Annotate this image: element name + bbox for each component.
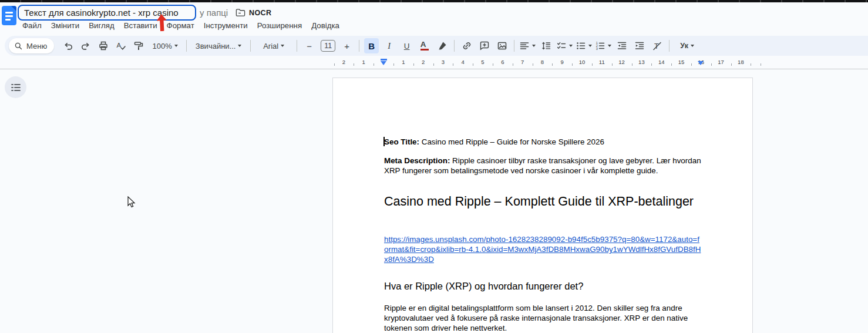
mouse-cursor [127, 196, 136, 208]
menu-edit[interactable]: Змінити [46, 21, 84, 30]
ruler-tick [711, 63, 712, 66]
link-icon [462, 41, 472, 51]
numbered-list-icon: 1 2 3 [595, 41, 605, 51]
ruler-tick [374, 63, 374, 66]
print-button[interactable] [96, 38, 110, 53]
font-size-input[interactable]: 11 [321, 40, 335, 52]
redo-button[interactable] [78, 38, 93, 53]
menu-insert[interactable]: Вставити [119, 21, 162, 30]
show-outline-button[interactable] [5, 76, 26, 98]
spellcheck-button[interactable]: A [113, 38, 128, 53]
ruler-number: 2 [422, 59, 425, 65]
ruler-tick [632, 63, 633, 66]
divider [186, 40, 187, 52]
unsplash-link[interactable]: https://images.unsplash.com/photo-162823… [384, 235, 701, 264]
document-heading-1[interactable]: Casino med Ripple – Komplett Guide til X… [384, 192, 703, 211]
document-page[interactable]: Seo Title: Casino med Ripple – Guide for… [332, 78, 753, 333]
folder-label: у папці [200, 8, 228, 18]
chevron-down-icon [532, 45, 536, 47]
ruler-tick [651, 63, 652, 66]
ruler-number: 7 [521, 59, 524, 65]
chevron-down-icon [281, 45, 284, 47]
undo-icon [63, 41, 73, 51]
folder-icon[interactable] [235, 8, 245, 17]
font-family-select[interactable]: Arial [255, 38, 292, 53]
ruler-tick [552, 63, 553, 66]
document-heading-2[interactable]: Hva er Ripple (XRP) og hvordan fungerer … [384, 280, 703, 292]
menu-tools[interactable]: Інструменти [199, 21, 253, 30]
align-select[interactable] [519, 38, 536, 53]
ruler-tick [572, 63, 573, 66]
bulleted-list-select[interactable] [576, 38, 592, 53]
insert-link-button[interactable] [459, 38, 474, 53]
menu-help[interactable]: Довідка [307, 21, 344, 30]
clear-formatting-icon: T [652, 41, 662, 51]
menu-file[interactable]: Файл [18, 21, 46, 30]
menu-extensions[interactable]: Розширення [253, 21, 307, 30]
svg-text:3: 3 [596, 47, 598, 51]
red-annotation-arrow-icon [156, 14, 167, 32]
ruler-tick [533, 63, 533, 66]
meta-description-line[interactable]: Meta Description: Ripple casinoer tilbyr… [384, 156, 703, 176]
ruler-scale: 21123456789101112131415161718 [0, 58, 868, 69]
decrease-indent-button[interactable] [614, 38, 629, 53]
divider [250, 40, 251, 52]
clear-formatting-button[interactable]: T [650, 38, 664, 53]
ruler-number: 8 [541, 59, 544, 65]
undo-button[interactable] [60, 38, 75, 53]
document-paragraph[interactable]: Ripple er en digital betalingsplattform … [384, 303, 703, 333]
ruler-number: 18 [738, 59, 744, 65]
google-docs-logo-icon[interactable] [2, 6, 16, 25]
divider [359, 40, 359, 52]
divider [297, 40, 297, 52]
input-tools-select[interactable]: Ук [674, 38, 700, 53]
seo-title-line[interactable]: Seo Title: Casino med Ripple – Guide for… [384, 137, 703, 147]
chevron-down-icon [608, 45, 611, 47]
outdent-icon [617, 41, 627, 51]
header-divider [0, 69, 868, 69]
add-comment-button[interactable] [477, 38, 492, 53]
decrease-font-size-button[interactable]: − [302, 38, 317, 53]
input-tools-icon: Ук [680, 42, 688, 50]
divider [669, 40, 669, 52]
underline-icon: U [404, 42, 410, 51]
ruler-number: 12 [618, 59, 625, 65]
ruler-tick [493, 63, 493, 66]
ruler-tick [354, 63, 354, 66]
ruler-number: 6 [501, 59, 504, 65]
folder-name[interactable]: NOCR [249, 9, 271, 17]
highlight-color-button[interactable] [435, 38, 449, 53]
line-spacing-button[interactable] [539, 38, 553, 53]
zoom-value: 100% [153, 42, 172, 51]
search-label: Меню [26, 42, 47, 51]
text-color-button[interactable]: A [417, 38, 432, 53]
outline-icon [11, 83, 21, 92]
ruler-number: 15 [678, 59, 685, 65]
paragraph-style-select[interactable]: Звичайни... [191, 38, 245, 53]
image-link-paragraph: https://images.unsplash.com/photo-162823… [384, 234, 703, 264]
document-title-input[interactable] [18, 5, 196, 21]
insert-image-button[interactable] [494, 38, 509, 53]
chevron-down-icon [238, 45, 241, 47]
right-indent-marker[interactable] [698, 61, 704, 65]
ruler-number: 2 [342, 59, 345, 65]
italic-icon: I [388, 41, 391, 51]
checklist-select[interactable] [556, 38, 573, 53]
left-indent-marker[interactable] [381, 61, 386, 65]
numbered-list-select[interactable]: 1 2 3 [595, 38, 611, 53]
ruler-tick [334, 63, 335, 66]
increase-font-size-button[interactable]: + [339, 38, 354, 53]
ruler-number: 4 [462, 59, 465, 65]
menu-view[interactable]: Вигляд [84, 21, 119, 30]
paint-roller-icon [133, 41, 144, 51]
zoom-select[interactable]: 100% [149, 38, 181, 53]
underline-button[interactable]: U [399, 38, 414, 53]
ruler-tick [513, 63, 513, 66]
first-line-indent-marker[interactable] [381, 59, 387, 60]
bold-button[interactable]: B [364, 38, 379, 53]
search-menus-button[interactable]: Меню [9, 38, 54, 53]
increase-indent-button[interactable] [632, 38, 647, 53]
paint-format-button[interactable] [131, 38, 146, 53]
italic-button[interactable]: I [382, 38, 396, 53]
menu-format[interactable]: Формат [162, 21, 199, 30]
